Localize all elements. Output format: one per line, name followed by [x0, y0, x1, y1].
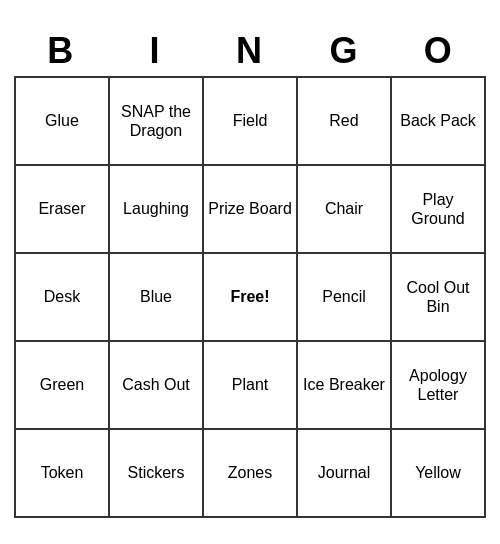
cell-r4-c0: Token [15, 429, 109, 517]
cell-r0-c2: Field [203, 77, 297, 165]
cell-r3-c4: Apology Letter [391, 341, 485, 429]
cell-r2-c0: Desk [15, 253, 109, 341]
header-o: O [392, 26, 486, 76]
cell-r1-c3: Chair [297, 165, 391, 253]
header-n: N [203, 26, 297, 76]
cell-r3-c1: Cash Out [109, 341, 203, 429]
cell-r4-c3: Journal [297, 429, 391, 517]
cell-r1-c1: Laughing [109, 165, 203, 253]
cell-r2-c4: Cool Out Bin [391, 253, 485, 341]
cell-r0-c1: SNAP the Dragon [109, 77, 203, 165]
cell-r2-c1: Blue [109, 253, 203, 341]
bingo-grid: GlueSNAP the DragonFieldRedBack PackEras… [14, 76, 486, 518]
cell-r3-c0: Green [15, 341, 109, 429]
cell-r1-c2: Prize Board [203, 165, 297, 253]
cell-r2-c2: Free! [203, 253, 297, 341]
header-i: I [108, 26, 202, 76]
cell-r0-c0: Glue [15, 77, 109, 165]
cell-r0-c3: Red [297, 77, 391, 165]
cell-r4-c1: Stickers [109, 429, 203, 517]
header-g: G [297, 26, 391, 76]
cell-r2-c3: Pencil [297, 253, 391, 341]
cell-r0-c4: Back Pack [391, 77, 485, 165]
cell-r1-c4: Play Ground [391, 165, 485, 253]
cell-r3-c2: Plant [203, 341, 297, 429]
cell-r4-c2: Zones [203, 429, 297, 517]
cell-r1-c0: Eraser [15, 165, 109, 253]
bingo-header: B I N G O [14, 26, 486, 76]
header-b: B [14, 26, 108, 76]
cell-r3-c3: Ice Breaker [297, 341, 391, 429]
cell-r4-c4: Yellow [391, 429, 485, 517]
